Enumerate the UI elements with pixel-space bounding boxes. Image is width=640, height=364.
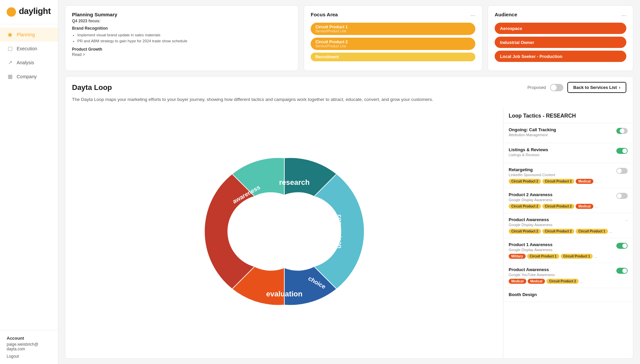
focus-area-more-button[interactable]: ··· (470, 12, 475, 18)
tag-p1-more: ... (594, 254, 597, 258)
tactic-call-tracking-toggle[interactable] (616, 128, 628, 134)
execution-label: Execution (17, 46, 37, 51)
tag-pa-circuit1: Circuit Product 1 (576, 229, 608, 234)
tactic-product1-toggle[interactable] (616, 243, 628, 249)
sidebar-item-company[interactable]: ▦ Company (0, 70, 58, 84)
comparison-label: comparison (336, 214, 343, 248)
focus-item-3-title: Recruitment (315, 55, 471, 59)
tactic-product2-name: Product 2 Awareness (509, 192, 598, 197)
tag-pa-circuit2-2: Circuit Product 2 (542, 229, 575, 234)
tactic-youtube-tags: Medical Medical Circuit Product 2 ... (509, 279, 583, 284)
logo-icon (7, 7, 16, 17)
evaluation-label: evaluation (266, 290, 302, 298)
tactic-youtube-info: Product Awareness Google YouTube Awarene… (509, 267, 583, 284)
tag-pa-circuit2-1: Circuit Product 2 (509, 229, 541, 234)
tactic-product2-toggle[interactable] (616, 193, 628, 199)
sidebar-item-planning[interactable]: ◉ Planning (0, 28, 58, 42)
planning-summary-card: Planning Summary Q4 2023 focus: Brand Re… (65, 5, 298, 71)
top-cards: Planning Summary Q4 2023 focus: Brand Re… (58, 0, 640, 76)
tactics-title: Loop Tactics - RESEARCH (503, 113, 633, 123)
logo-area: daylight (0, 0, 58, 24)
back-btn-arrow: › (619, 85, 620, 90)
tag-p1-military: Military (509, 254, 526, 259)
tactic-product-awareness-name: Product Awareness (509, 217, 612, 222)
tactic-retargeting-info: Retargeting LinkedIn Sponsored Content C… (509, 167, 598, 184)
tactic-listings-row: Listings & Reviews Listings & Reviews (509, 147, 628, 159)
tactic-retargeting-toggle[interactable] (616, 168, 628, 174)
tag-yt-medical-2: Medical (528, 279, 545, 284)
tactic-listings-reviews: Listings & Reviews Listings & Reviews (503, 143, 633, 163)
tactic-listings-info: Listings & Reviews Listings & Reviews (509, 147, 548, 159)
account-email: paige.weisbrich@dayta.com (7, 342, 51, 351)
center-oval (248, 215, 320, 247)
audience-more-button[interactable]: ··· (621, 12, 626, 18)
tactic-youtube-toggle[interactable] (616, 268, 628, 274)
account-label: Account (7, 336, 51, 341)
tactic-product-awareness-tags: Circuit Product 2 Circuit Product 2 Circ… (509, 229, 612, 234)
tactic-booth-design: Booth Design (503, 288, 633, 302)
tag-more: ... (595, 180, 598, 183)
tactic-product2-info: Product 2 Awareness Google Display Aware… (509, 192, 598, 209)
dayta-loop-header: Dayta Loop Proposed Back to Services Lis… (65, 77, 633, 93)
tactic-retargeting-tags: Circuit Product 2 Circuit Product 2 Medi… (509, 179, 598, 184)
tactic-product2-row: Product 2 Awareness Google Display Aware… (509, 192, 628, 209)
dayta-loop-section: Dayta Loop Proposed Back to Services Lis… (65, 76, 633, 359)
nav-items: ◉ Planning ▢ Execution ↗ Analysis ▦ Comp… (0, 24, 58, 330)
focus-item-circuit1[interactable]: Circuit Product 1 Service/Product Line (311, 23, 475, 35)
tag-p1-circuit1-2: Circuit Product 1 (561, 254, 593, 259)
tactic-retargeting: Retargeting LinkedIn Sponsored Content C… (503, 163, 633, 188)
tactic-listings-toggle[interactable] (616, 148, 628, 154)
audience-item-industrial[interactable]: Industrial Owner (495, 37, 626, 48)
planning-icon: ◉ (7, 31, 13, 38)
dayta-loop-description: The Dayta Loop maps your marketing effor… (65, 93, 633, 108)
sidebar-item-analysis[interactable]: ↗ Analysis (0, 56, 58, 70)
tactic-retargeting-row: Retargeting LinkedIn Sponsored Content C… (509, 167, 628, 184)
analysis-icon: ↗ (7, 59, 13, 66)
tactic-product-awareness-toggle-none: − (625, 218, 628, 223)
tactic-product-awareness: Product Awareness Google Display Awarene… (503, 213, 633, 238)
audience-aerospace-label: Aerospace (500, 26, 522, 31)
audience-item-aerospace[interactable]: Aerospace (495, 23, 626, 34)
tag-p2-circuit2-2: Circuit Product 2 (542, 204, 575, 209)
proposed-toggle[interactable] (550, 84, 563, 91)
sidebar-bottom: Account paige.weisbrich@dayta.com Logout (0, 330, 58, 364)
tag-circuit2-2: Circuit Product 2 (542, 179, 575, 184)
company-label: Company (17, 74, 37, 79)
logout-link[interactable]: Logout (7, 354, 51, 359)
focus-item-circuit2[interactable]: Circuit Product 2 Service/Product Line (311, 38, 475, 50)
audience-industrial-label: Industrial Owner (500, 40, 534, 45)
tactic-call-tracking-sub: Attribution Management (509, 133, 556, 137)
execution-icon: ▢ (7, 45, 13, 52)
tactic-booth-info: Booth Design (509, 292, 537, 298)
company-icon: ▦ (7, 73, 13, 80)
audience-jobseeker-label: Local Job Seeker - Production (500, 54, 562, 59)
focus-item-2-title: Circuit Product 2 (315, 40, 471, 44)
tactic-product2-tags: Circuit Product 2 Circuit Product 2 Medi… (509, 204, 598, 209)
logo-text: daylight (19, 6, 51, 16)
tactic-youtube-sub: Google YouTube Awareness (509, 273, 583, 277)
tactic-product-awareness-sub: Google Display Awareness (509, 223, 612, 227)
bullet-2: PR and ABM strategy to gain hype for 202… (77, 38, 291, 44)
tactic-product-awareness-row: Product Awareness Google Display Awarene… (509, 217, 628, 234)
analysis-label: Analysis (17, 60, 34, 65)
tag-p1-circuit1-1: Circuit Product 1 (527, 254, 559, 259)
dayta-loop-title: Dayta Loop (72, 83, 112, 92)
sidebar-item-execution[interactable]: ▢ Execution (0, 42, 58, 56)
loop-svg: research comparison choice evaluation ad… (191, 152, 378, 311)
tag-yt-more: ... (580, 279, 583, 283)
tactic-product2-awareness: Product 2 Awareness Google Display Aware… (503, 188, 633, 213)
brand-recognition-label: Brand Recognition (72, 26, 291, 31)
read-more-link[interactable]: Read > (72, 52, 291, 57)
tactic-product2-sub: Google Display Awareness (509, 198, 598, 202)
planning-summary-title: Planning Summary (72, 12, 291, 17)
focus-item-recruitment[interactable]: Recruitment (311, 53, 475, 61)
audience-item-jobseeker[interactable]: Local Job Seeker - Production (495, 51, 626, 62)
audience-title: Audience (495, 12, 517, 17)
tactic-youtube-row: Product Awareness Google YouTube Awarene… (509, 267, 628, 284)
back-to-services-button[interactable]: Back to Services List › (567, 82, 626, 93)
main-content: Planning Summary Q4 2023 focus: Brand Re… (58, 0, 640, 364)
planning-label: Planning (17, 32, 35, 37)
audience-card: Audience ··· Aerospace Industrial Owner … (488, 5, 633, 71)
tactic-call-tracking-info: Ongoing: Call Tracking Attribution Manag… (509, 127, 556, 139)
tag-medical-1: Medical (576, 179, 593, 184)
